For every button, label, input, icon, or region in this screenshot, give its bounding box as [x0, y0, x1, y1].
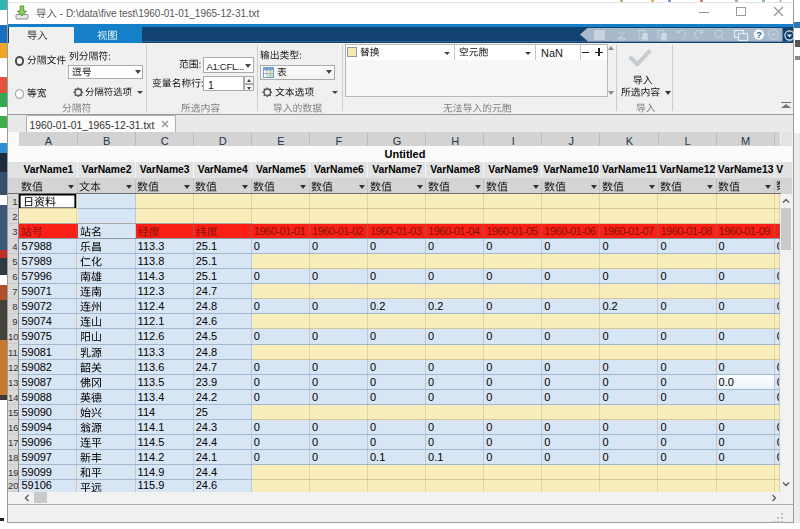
- svg-text:?: ?: [756, 30, 762, 40]
